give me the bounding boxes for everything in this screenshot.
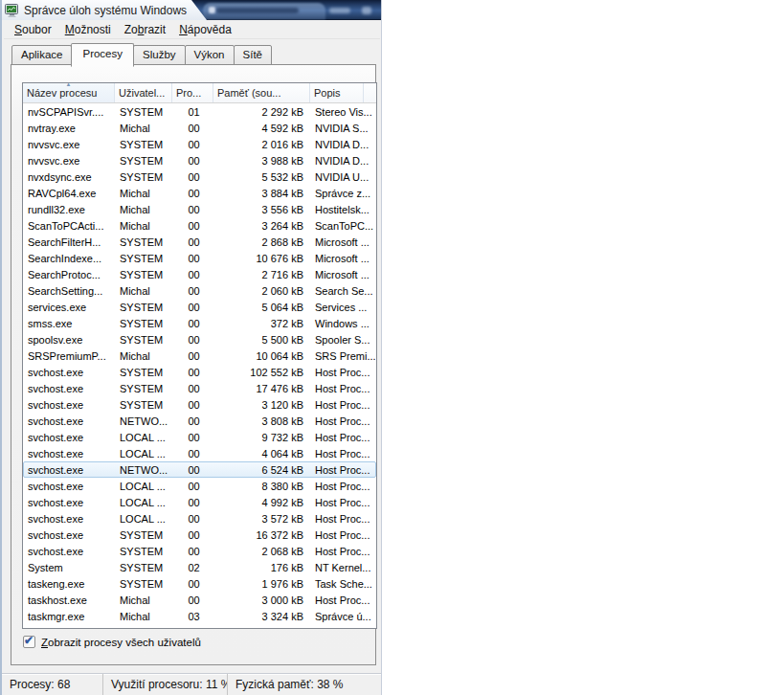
table-row[interactable]: ScanToPCActi... Michal 00 3 264 kB ScanT… xyxy=(23,217,376,234)
cell-process-name: SearchFilterH... xyxy=(24,235,116,250)
cell-user: Michal xyxy=(116,186,173,201)
cell-memory: 5 532 kB xyxy=(214,169,311,185)
column-header-label: Paměť (sou... xyxy=(217,87,280,99)
column-header-user[interactable]: Uživatel... xyxy=(115,83,172,102)
table-row[interactable]: spoolsv.exe SYSTEM 00 5 500 kB Spooler S… xyxy=(23,331,376,348)
cell-cpu: 00 xyxy=(173,332,214,348)
cell-process-name: taskeng.exe xyxy=(24,576,116,592)
tab-vykon[interactable]: Výkon xyxy=(185,45,235,65)
table-row[interactable]: svchost.exe LOCAL ... 00 4 992 kB Host P… xyxy=(23,494,376,510)
tab-procesy[interactable]: Procesy xyxy=(71,43,134,67)
column-header-name[interactable]: ▲ Název procesu xyxy=(23,83,115,102)
tab-aplikace[interactable]: Aplikace xyxy=(11,45,72,65)
table-row[interactable]: smss.exe SYSTEM 00 372 kB Windows ... xyxy=(23,315,376,331)
cell-user: Michal xyxy=(116,283,173,299)
table-row[interactable]: svchost.exe LOCAL ... 00 9 732 kB Host P… xyxy=(23,429,376,445)
table-row[interactable]: System SYSTEM 02 176 kB NT Kernel... xyxy=(23,559,376,575)
table-row[interactable]: svchost.exe LOCAL ... 00 4 064 kB Host P… xyxy=(23,445,376,461)
cell-cpu: 00 xyxy=(173,414,214,429)
cell-description: NVIDIA D... xyxy=(311,153,375,168)
cell-user: SYSTEM xyxy=(116,560,173,575)
table-row[interactable]: svchost.exe LOCAL ... 00 8 380 kB Host P… xyxy=(23,478,376,494)
table-row[interactable]: RAVCpl64.exe Michal 00 3 884 kB Správce … xyxy=(23,185,376,201)
tab-site[interactable]: Sítě xyxy=(234,45,272,65)
table-row[interactable]: taskhost.exe Michal 00 3 000 kB Host Pro… xyxy=(23,592,376,608)
status-cpu-usage: Využití procesoru: 11 % xyxy=(103,674,228,695)
column-header-label: Název procesu xyxy=(27,87,97,99)
menu-label: ápověda xyxy=(188,23,232,36)
cell-cpu: 00 xyxy=(173,348,214,364)
cell-user: SYSTEM xyxy=(116,332,173,348)
table-row[interactable]: svchost.exe NETWO... 00 6 524 kB Host Pr… xyxy=(23,461,376,478)
table-row[interactable]: svchost.exe SYSTEM 00 102 552 kB Host Pr… xyxy=(23,364,376,380)
table-row[interactable]: services.exe SYSTEM 00 5 064 kB Services… xyxy=(23,299,376,315)
cell-user: Michal xyxy=(116,218,173,234)
cell-memory: 3 000 kB xyxy=(214,593,311,608)
column-header-cpu[interactable]: Pro... xyxy=(172,83,213,102)
cell-user: SYSTEM xyxy=(116,267,173,282)
column-header-memory[interactable]: Paměť (sou... xyxy=(213,83,310,102)
task-manager-window: Správce úloh systému Windows Soubor Možn… xyxy=(0,0,382,695)
cell-description: Microsoft ... xyxy=(311,251,375,266)
window-title: Správce úloh systému Windows xyxy=(24,4,187,17)
cell-description: Host Proc... xyxy=(311,446,375,461)
table-row[interactable]: SearchFilterH... SYSTEM 00 2 868 kB Micr… xyxy=(23,234,376,250)
cell-memory: 3 808 kB xyxy=(214,414,311,429)
table-row[interactable]: nvtray.exe Michal 00 4 592 kB NVIDIA S..… xyxy=(23,120,376,136)
cell-description: Microsoft ... xyxy=(311,235,375,250)
table-row[interactable]: svchost.exe NETWO... 00 3 808 kB Host Pr… xyxy=(23,413,376,429)
table-row[interactable]: SearchSetting... Michal 00 2 060 kB Sear… xyxy=(23,282,376,299)
table-row[interactable]: svchost.exe SYSTEM 00 3 120 kB Host Proc… xyxy=(23,396,376,413)
titlebar[interactable]: Správce úloh systému Windows xyxy=(2,0,209,20)
cell-process-name: svchost.exe xyxy=(24,414,116,429)
cell-user: SYSTEM xyxy=(116,137,173,152)
cell-process-name: RAVCpl64.exe xyxy=(24,186,116,201)
cell-process-name: svchost.exe xyxy=(24,544,116,559)
menu-item-napoveda[interactable]: Nápověda xyxy=(172,21,238,38)
cell-memory: 5 064 kB xyxy=(214,300,311,315)
menu-item-moznosti[interactable]: Možnosti xyxy=(58,21,118,38)
table-row[interactable]: nvxdsync.exe SYSTEM 00 5 532 kB NVIDIA U… xyxy=(23,168,376,185)
table-row[interactable]: nvSCPAPISvr.... SYSTEM 01 2 292 kB Stere… xyxy=(23,103,376,120)
table-row[interactable]: svchost.exe SYSTEM 00 16 372 kB Host Pro… xyxy=(23,527,376,543)
table-row[interactable]: nvvsvc.exe SYSTEM 00 3 988 kB NVIDIA D..… xyxy=(23,152,376,168)
table-row[interactable]: SRSPremiumP... Michal 00 10 064 kB SRS P… xyxy=(23,348,376,364)
table-row[interactable]: svchost.exe SYSTEM 00 2 068 kB Host Proc… xyxy=(23,543,376,559)
status-physical-memory: Fyzická paměť: 38 % xyxy=(228,674,381,695)
cell-process-name: nvtray.exe xyxy=(24,121,116,136)
cell-process-name: nvvsvc.exe xyxy=(24,137,116,152)
cell-process-name: System xyxy=(24,560,116,575)
cell-description: Search Se... xyxy=(311,283,375,299)
cell-description: Hostitelsk... xyxy=(311,202,375,217)
cell-cpu: 00 xyxy=(173,202,214,217)
table-row[interactable]: taskeng.exe SYSTEM 00 1 976 kB Task Sche… xyxy=(23,575,376,592)
table-row[interactable]: rundll32.exe Michal 00 3 556 kB Hostitel… xyxy=(23,201,376,217)
menu-label: razit xyxy=(144,23,166,36)
cell-user: SYSTEM xyxy=(116,365,173,380)
cell-memory: 3 556 kB xyxy=(214,202,311,217)
show-all-users-checkbox[interactable]: ✔ Zobrazit procesy všech uživatelů xyxy=(23,636,201,648)
cell-description: Host Proc... xyxy=(311,593,375,608)
cell-description: Spooler S... xyxy=(311,332,375,348)
cell-cpu: 00 xyxy=(173,593,214,608)
column-header-description[interactable]: Popis xyxy=(310,83,364,102)
table-row[interactable]: svchost.exe SYSTEM 00 17 476 kB Host Pro… xyxy=(23,380,376,396)
table-row[interactable]: svchost.exe LOCAL ... 00 3 572 kB Host P… xyxy=(23,510,376,527)
table-row[interactable]: taskmgr.exe Michal 03 3 324 kB Správce ú… xyxy=(23,608,376,624)
table-row[interactable]: SearchProtoc... SYSTEM 00 2 716 kB Micro… xyxy=(23,266,376,282)
cell-description: Microsoft ... xyxy=(311,267,375,282)
table-row[interactable]: SearchIndexe... SYSTEM 00 10 676 kB Micr… xyxy=(23,250,376,266)
cell-description: Host Proc... xyxy=(311,381,375,396)
table-row[interactable]: nvvsvc.exe SYSTEM 00 2 016 kB NVIDIA D..… xyxy=(23,136,376,152)
process-list-body: nvSCPAPISvr.... SYSTEM 01 2 292 kB Stere… xyxy=(23,103,376,624)
sort-ascending-icon: ▲ xyxy=(66,83,72,88)
menu-item-zobrazit[interactable]: Zobrazit xyxy=(118,21,172,38)
checkbox-box[interactable]: ✔ xyxy=(23,636,35,648)
cell-cpu: 03 xyxy=(173,609,214,624)
process-table: ▲ Název procesu Uživatel... Pro... Paměť… xyxy=(22,82,377,629)
cell-description: Host Proc... xyxy=(311,430,375,445)
menu-item-soubor[interactable]: Soubor xyxy=(8,21,58,38)
tab-sluzby[interactable]: Služby xyxy=(133,45,186,65)
cell-description: Správce z... xyxy=(311,186,375,201)
cell-memory: 176 kB xyxy=(214,560,311,575)
